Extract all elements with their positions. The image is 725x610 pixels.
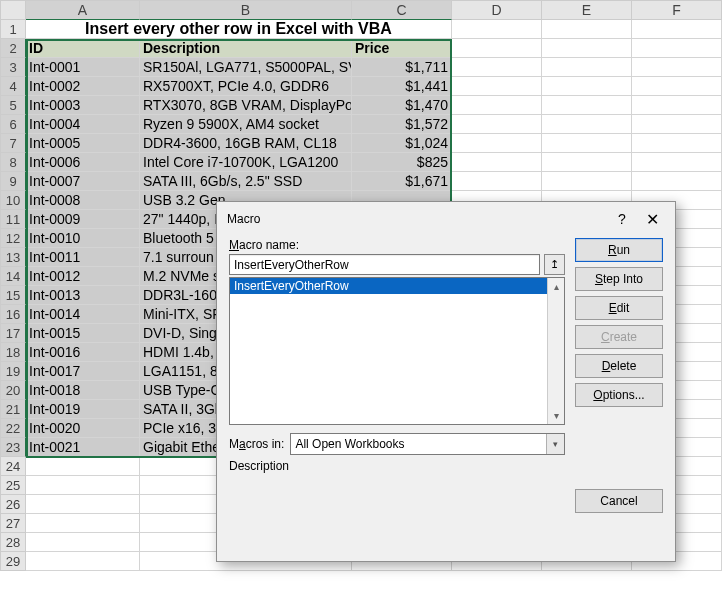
cell-desc[interactable]: RX5700XT, PCIe 4.0, GDDR6 <box>140 77 352 96</box>
row-header[interactable]: 11 <box>0 210 26 229</box>
row-header[interactable]: 19 <box>0 362 26 381</box>
col-header-B[interactable]: B <box>140 0 352 20</box>
cell[interactable] <box>26 476 140 495</box>
cell[interactable] <box>26 533 140 552</box>
edit-button[interactable]: Edit <box>575 296 663 320</box>
cell-id[interactable]: Int-0006 <box>26 153 140 172</box>
cell[interactable] <box>632 115 722 134</box>
cell-id[interactable]: Int-0012 <box>26 267 140 286</box>
cell[interactable] <box>542 96 632 115</box>
cell-desc[interactable]: Ryzen 9 5900X, AM4 socket <box>140 115 352 134</box>
cell-id[interactable]: Int-0009 <box>26 210 140 229</box>
cell-id[interactable]: Int-0008 <box>26 191 140 210</box>
cell-id[interactable]: Int-0019 <box>26 400 140 419</box>
row-header[interactable]: 15 <box>0 286 26 305</box>
cell[interactable] <box>632 58 722 77</box>
cell[interactable] <box>452 77 542 96</box>
cell-id[interactable]: Int-0002 <box>26 77 140 96</box>
scroll-down-icon[interactable]: ▾ <box>548 407 564 424</box>
col-header-E[interactable]: E <box>542 0 632 20</box>
reference-edit-button[interactable]: ↥ <box>544 254 565 275</box>
cell-id[interactable]: Int-0007 <box>26 172 140 191</box>
options-button[interactable]: Options... <box>575 383 663 407</box>
cell-id[interactable]: Int-0004 <box>26 115 140 134</box>
cell-price[interactable]: $1,470 <box>352 96 452 115</box>
row-header[interactable]: 13 <box>0 248 26 267</box>
scroll-up-icon[interactable]: ▴ <box>548 278 564 295</box>
cell[interactable] <box>452 115 542 134</box>
macro-listbox[interactable]: InsertEveryOtherRow ▴ ▾ <box>229 277 565 425</box>
col-header-D[interactable]: D <box>452 0 542 20</box>
delete-button[interactable]: Delete <box>575 354 663 378</box>
row-header[interactable]: 3 <box>0 58 26 77</box>
header-id[interactable]: ID <box>26 39 140 58</box>
cell[interactable] <box>452 39 542 58</box>
cell[interactable] <box>452 96 542 115</box>
cell[interactable] <box>26 552 140 571</box>
row-header[interactable]: 22 <box>0 419 26 438</box>
cell[interactable] <box>26 495 140 514</box>
row-header[interactable]: 18 <box>0 343 26 362</box>
cell-id[interactable]: Int-0018 <box>26 381 140 400</box>
row-header[interactable]: 16 <box>0 305 26 324</box>
cell-desc[interactable]: SR150Al, LGA771, S5000PAL, SVGA <box>140 58 352 77</box>
row-header[interactable]: 24 <box>0 457 26 476</box>
cell[interactable] <box>542 115 632 134</box>
row-header[interactable]: 25 <box>0 476 26 495</box>
cell-price[interactable]: $1,441 <box>352 77 452 96</box>
macro-list-item[interactable]: InsertEveryOtherRow <box>230 278 547 294</box>
run-button[interactable]: Run <box>575 238 663 262</box>
cell[interactable] <box>632 20 722 39</box>
cell[interactable] <box>452 58 542 77</box>
cell-price[interactable]: $1,024 <box>352 134 452 153</box>
header-price[interactable]: Price <box>352 39 452 58</box>
cell[interactable] <box>452 153 542 172</box>
row-header[interactable]: 27 <box>0 514 26 533</box>
cell-desc[interactable]: DDR4-3600, 16GB RAM, CL18 <box>140 134 352 153</box>
row-header[interactable]: 10 <box>0 191 26 210</box>
cell-id[interactable]: Int-0016 <box>26 343 140 362</box>
cell[interactable] <box>542 20 632 39</box>
cell-id[interactable]: Int-0011 <box>26 248 140 267</box>
close-button[interactable]: ✕ <box>637 208 667 230</box>
row-header[interactable]: 23 <box>0 438 26 457</box>
cell[interactable] <box>632 39 722 58</box>
row-header[interactable]: 28 <box>0 533 26 552</box>
row-header[interactable]: 2 <box>0 39 26 58</box>
cell-id[interactable]: Int-0003 <box>26 96 140 115</box>
cancel-button[interactable]: Cancel <box>575 489 663 513</box>
cell-desc[interactable]: Intel Core i7-10700K, LGA1200 <box>140 153 352 172</box>
row-header[interactable]: 8 <box>0 153 26 172</box>
row-header[interactable]: 21 <box>0 400 26 419</box>
cell[interactable] <box>542 153 632 172</box>
row-header[interactable]: 7 <box>0 134 26 153</box>
cell[interactable] <box>632 134 722 153</box>
cell[interactable] <box>452 134 542 153</box>
cell[interactable] <box>26 514 140 533</box>
macros-in-dropdown[interactable]: All Open Workbooks ▾ <box>290 433 565 455</box>
cell[interactable] <box>632 96 722 115</box>
cell-id[interactable]: Int-0013 <box>26 286 140 305</box>
cell[interactable] <box>542 77 632 96</box>
cell-id[interactable]: Int-0015 <box>26 324 140 343</box>
row-header[interactable]: 20 <box>0 381 26 400</box>
col-header-A[interactable]: A <box>26 0 140 20</box>
row-header[interactable]: 17 <box>0 324 26 343</box>
cell[interactable] <box>26 457 140 476</box>
step-into-button[interactable]: Step Into <box>575 267 663 291</box>
row-header[interactable]: 6 <box>0 115 26 134</box>
cell-desc[interactable]: RTX3070, 8GB VRAM, DisplayPort <box>140 96 352 115</box>
col-header-F[interactable]: F <box>632 0 722 20</box>
listbox-scrollbar[interactable]: ▴ ▾ <box>547 278 564 424</box>
row-header[interactable]: 29 <box>0 552 26 571</box>
cell-price[interactable]: $1,711 <box>352 58 452 77</box>
row-header[interactable]: 26 <box>0 495 26 514</box>
row-header[interactable]: 1 <box>0 20 26 39</box>
cell-id[interactable]: Int-0001 <box>26 58 140 77</box>
row-header[interactable]: 5 <box>0 96 26 115</box>
cell-price[interactable]: $825 <box>352 153 452 172</box>
cell[interactable] <box>542 172 632 191</box>
cell[interactable] <box>632 77 722 96</box>
cell-id[interactable]: Int-0021 <box>26 438 140 457</box>
col-header-C[interactable]: C <box>352 0 452 20</box>
